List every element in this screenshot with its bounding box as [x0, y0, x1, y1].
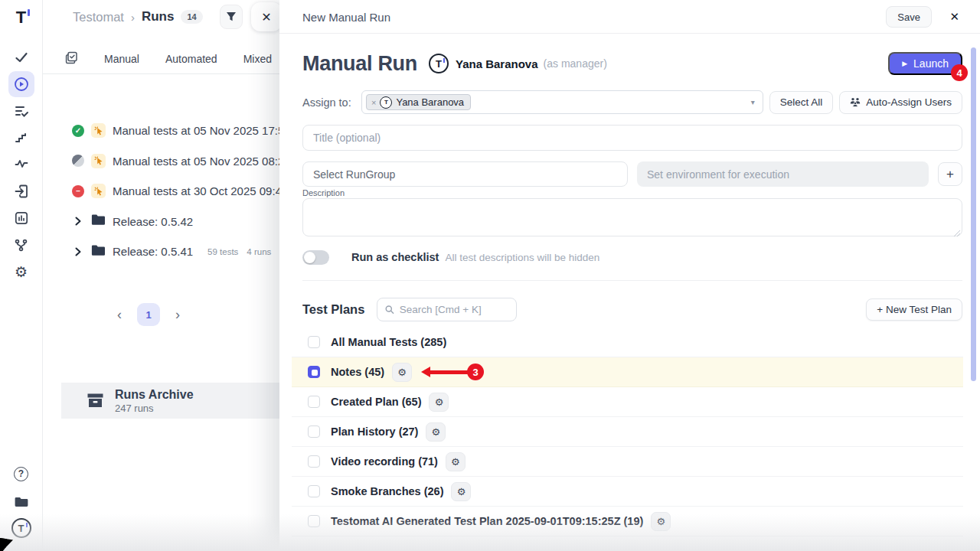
plan-settings-gear-button[interactable]: ⚙ [392, 363, 412, 382]
assign-row: Assign to: × T Yana Baranova ▾ Select Al… [302, 90, 962, 114]
test-plan-checkbox-checked[interactable] [308, 366, 320, 378]
test-plan-label[interactable]: Video recording (71) [331, 455, 438, 468]
select-all-button[interactable]: Select All [769, 91, 834, 114]
test-plan-checkbox[interactable] [308, 515, 320, 527]
annotation-arrow: 3 [421, 364, 484, 380]
test-plan-label[interactable]: Smoke Branches (26) [331, 485, 443, 497]
run-as-checklist-toggle[interactable] [302, 250, 329, 265]
test-plan-checkbox[interactable] [308, 425, 320, 438]
new-test-plan-button[interactable]: + New Test Plan [866, 298, 962, 321]
chevron-right-icon[interactable] [72, 217, 84, 226]
tab-manual[interactable]: Manual [104, 53, 139, 65]
save-button[interactable]: Save [886, 6, 932, 28]
add-environment-button[interactable]: + [938, 162, 962, 186]
app-root: T ⚙ ? T Testom [0, 0, 980, 551]
test-plan-label[interactable]: Testomat AI Generated Test Plan 2025-09-… [331, 515, 643, 527]
description-label: Description [302, 188, 345, 197]
test-plan-row: Smoke Branches (26)⚙ [292, 477, 963, 507]
chevron-right-icon[interactable] [72, 247, 84, 256]
next-page-arrow[interactable]: › [170, 307, 185, 323]
archive-box-icon [87, 393, 104, 409]
test-plan-search[interactable] [377, 298, 517, 321]
test-plan-label[interactable]: Plan History (27) [331, 425, 418, 438]
manual-pointer-icon [91, 123, 106, 138]
plan-settings-gear-button[interactable]: ⚙ [426, 422, 446, 442]
run-title: Manual Run [302, 52, 417, 76]
folder-icon [91, 244, 106, 259]
launch-button[interactable]: ▶ Launch 4 [888, 52, 962, 75]
checklist-row: Run as checklist All test descriptions w… [302, 249, 962, 266]
test-plan-checkbox[interactable] [308, 485, 320, 497]
panel-close-button[interactable]: ✕ [251, 2, 282, 31]
test-plan-label[interactable]: Created Plan (65) [331, 396, 421, 408]
steps-icon[interactable] [8, 125, 34, 151]
test-plan-row: Created Plan (65)⚙ [292, 387, 963, 417]
analytics-icon[interactable] [8, 205, 34, 231]
divider [302, 280, 962, 281]
rungroup-select[interactable] [302, 161, 628, 187]
chip-remove-icon[interactable]: × [371, 98, 376, 107]
search-icon [385, 305, 394, 315]
test-plan-row: Video recording (71)⚙ [292, 447, 963, 477]
manual-pointer-icon [91, 154, 106, 168]
manager-name: Yana Baranova [456, 57, 538, 70]
test-plan-checkbox[interactable] [308, 396, 320, 408]
annotation-badge-4: 4 [951, 64, 968, 81]
archive-subtitle: 247 runs [115, 403, 194, 414]
test-plan-row: Plan History (27)⚙ [292, 417, 963, 447]
plan-settings-gear-button[interactable]: ⚙ [429, 393, 449, 412]
tab-automated[interactable]: Automated [165, 53, 217, 65]
projects-folder-icon[interactable] [8, 488, 34, 514]
run-heading-row: Manual Run T Yana Baranova (as manager) … [302, 49, 962, 78]
plan-settings-gear-button[interactable]: ⚙ [446, 452, 466, 471]
manual-pointer-icon [91, 184, 106, 198]
runs-play-icon[interactable] [8, 71, 34, 97]
search-input[interactable] [400, 304, 509, 315]
rungroup-row: + [302, 161, 962, 187]
test-plan-label[interactable]: Notes (45) [331, 366, 384, 378]
environment-input[interactable] [637, 161, 929, 187]
help-icon[interactable]: ? [8, 461, 34, 487]
test-list-icon[interactable] [8, 98, 34, 124]
tab-mixed[interactable]: Mixed [243, 53, 272, 65]
plan-settings-gear-button[interactable]: ⚙ [451, 482, 471, 501]
test-plans-heading: Test Plans [302, 302, 364, 317]
chevron-down-icon[interactable]: ▾ [751, 98, 755, 106]
modal-header: New Manual Run Save ✕ [279, 0, 980, 34]
run-title-input[interactable] [302, 125, 962, 151]
test-plan-checkbox[interactable] [308, 336, 320, 348]
runs-archive-card[interactable]: Runs Archive 247 runs [61, 383, 299, 419]
import-icon[interactable] [8, 178, 34, 204]
run-item-title: Manual tests at 05 Nov 2025 08:23 [113, 155, 291, 168]
description-textarea[interactable] [302, 198, 962, 236]
plan-settings-gear-button[interactable]: ⚙ [651, 512, 671, 531]
pulse-icon[interactable] [8, 151, 34, 177]
assignee-chip[interactable]: × T Yana Baranova [366, 94, 471, 110]
chip-name: Yana Baranova [396, 96, 464, 108]
branch-icon[interactable] [8, 232, 34, 258]
settings-gear-icon[interactable]: ⚙ [8, 259, 34, 285]
runs-count-badge: 14 [181, 10, 202, 24]
assignee-select[interactable]: × T Yana Baranova ▾ [361, 90, 763, 114]
tests-check-icon[interactable] [8, 44, 34, 70]
scrollbar-thumb[interactable] [971, 47, 976, 381]
chip-avatar: T [380, 96, 392, 109]
breadcrumb-app[interactable]: Testomat [73, 10, 124, 24]
prev-page-arrow[interactable]: ‹ [112, 307, 127, 323]
account-avatar[interactable]: T [8, 515, 34, 541]
page-number[interactable]: 1 [137, 303, 160, 326]
filter-button[interactable] [220, 5, 243, 29]
test-plans-list: All Manual Tests (285)Notes (45)⚙3Create… [292, 328, 963, 536]
manager-avatar: T [429, 54, 449, 73]
mouse-cursor [0, 538, 13, 551]
test-plan-label[interactable]: All Manual Tests (285) [331, 336, 446, 348]
testomat-logo-icon[interactable]: T [8, 5, 34, 31]
test-plan-checkbox[interactable] [308, 455, 320, 468]
auto-assign-button[interactable]: Auto-Assign Users [839, 91, 962, 114]
test-plan-row: Notes (45)⚙3 [292, 357, 963, 387]
pagination: ‹ 1 › [112, 303, 185, 326]
run-all-icon[interactable] [65, 51, 78, 67]
users-icon [850, 97, 861, 107]
annotation-badge-3: 3 [467, 364, 484, 380]
modal-close-icon[interactable]: ✕ [949, 10, 959, 24]
